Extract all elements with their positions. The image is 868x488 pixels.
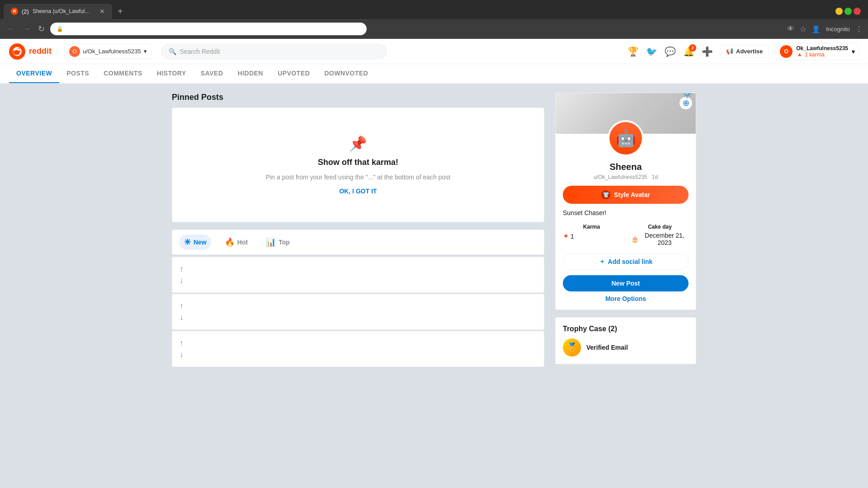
tab-posts[interactable]: POSTS [59, 64, 96, 83]
new-tab-button[interactable]: + [114, 5, 127, 19]
profile-display-name: Sheena [563, 162, 689, 172]
sort-top-button[interactable]: 📊 Top [261, 235, 294, 250]
reddit-logo-text: reddit [29, 47, 52, 56]
trophy-icon: 🏅 [563, 338, 581, 357]
bookmark-icon[interactable]: ☆ [800, 25, 806, 33]
cake-day-stat: Cake day 🎂 December 21, 2023 [631, 224, 689, 246]
main-layout: Pinned Posts 📌 Show off that karma! Pin … [163, 84, 705, 377]
active-tab[interactable]: R (2) Sheena (u/Ok_Lawfulness52... ✕ [4, 4, 112, 19]
user-switcher[interactable]: O u/Ok_Lawfulness5235 ▾ [64, 44, 152, 59]
window-controls: − □ ✕ [835, 8, 864, 15]
user-account-button[interactable]: O Ok_Lawfulness5235 🔺 1 karma ▾ [776, 43, 859, 60]
profile-username: u/Ok_Lawfulness5235 · 1d [563, 174, 689, 180]
browser-actions: 👁 ☆ 👤 Incognito ⋮ [787, 25, 863, 33]
trophy-name: Verified Email [586, 344, 628, 351]
style-avatar-label: Style Avatar [614, 191, 650, 198]
tab-saved[interactable]: SAVED [193, 64, 231, 83]
post-row-2: ↑ ↓ [172, 294, 544, 330]
karma-star-icon: ✦ [563, 232, 569, 240]
upvote-icon-3[interactable]: ↑ [179, 338, 184, 348]
add-banner-photo-button[interactable]: ⊕ [679, 97, 692, 109]
karma-badge: 🔺 1 karma [796, 52, 848, 58]
search-placeholder: Search Reddit [180, 48, 220, 55]
new-post-button[interactable]: New Post [563, 275, 689, 291]
cake-day-date: December 21, 2023 [641, 232, 689, 246]
browser-toolbar: ← → ↻ 🔒 reddit.com/user/Ok_Lawfulness523… [0, 19, 868, 39]
reddit-logo[interactable]: reddit [9, 43, 52, 60]
cake-icon: 🎂 [631, 235, 639, 243]
tab-close-button[interactable]: ✕ [99, 8, 105, 15]
maximize-button[interactable]: □ [844, 8, 852, 15]
trophy-case-card: Trophy Case (2) 🏅 Verified Email [555, 317, 696, 364]
minimize-button[interactable]: − [835, 8, 843, 15]
tab-favicon: R [11, 8, 18, 15]
security-icon: 🔒 [57, 26, 63, 32]
sort-new-button[interactable]: ✳ New [179, 235, 211, 250]
downvote-icon-2[interactable]: ↓ [179, 313, 184, 322]
search-bar[interactable]: 🔍 Search Reddit [161, 44, 387, 59]
tab-downvoted[interactable]: DOWNVOTED [317, 64, 375, 83]
vote-column-1: ↑ ↓ [179, 264, 184, 285]
add-social-link-button[interactable]: ＋ Add social link [563, 253, 689, 270]
join-age: · [649, 174, 652, 180]
sort-hot-button[interactable]: 🔥 Hot [220, 235, 252, 250]
reddit-logo-icon [9, 43, 25, 60]
top-sort-icon: 📊 [266, 237, 276, 247]
trophy-icon-button[interactable]: 🏆 [627, 46, 639, 57]
karma-label: Karma [563, 224, 620, 230]
flame-icon-button[interactable]: 🐦 [646, 46, 657, 57]
ok-got-it-link[interactable]: OK, I GOT IT [339, 188, 377, 195]
chat-icon-button[interactable]: 💬 [665, 46, 676, 57]
pinned-card-description: Pin a post from your feed using the "...… [266, 173, 450, 182]
pinned-posts-title: Pinned Posts [172, 93, 544, 102]
trophy-case-title: Trophy Case (2) [563, 325, 689, 333]
extension-menu[interactable]: ⋮ [855, 25, 863, 33]
sidebar: ⊕ 🤖 ⚙️ Sheena u/Ok_Lawfulness5235 · 1d [555, 93, 696, 368]
content-area: Pinned Posts 📌 Show off that karma! Pin … [172, 93, 544, 368]
forward-button[interactable]: → [21, 23, 33, 36]
more-options-link[interactable]: More Options [563, 295, 689, 302]
downvote-icon-1[interactable]: ↓ [179, 276, 184, 285]
join-time: 1d [652, 174, 658, 180]
eye-slash-icon: 👁 [787, 25, 794, 33]
search-icon: 🔍 [169, 48, 176, 55]
profile-icon[interactable]: 👤 [811, 25, 821, 33]
close-button[interactable]: ✕ [854, 8, 861, 15]
tab-hidden[interactable]: HIDDEN [231, 64, 271, 83]
advertise-button[interactable]: 📢 Advertise [720, 45, 769, 58]
post-row-1: ↑ ↓ [172, 257, 544, 293]
back-button[interactable]: ← [5, 23, 17, 36]
tab-overview[interactable]: OVERVIEW [9, 64, 59, 83]
reddit-header: reddit O u/Ok_Lawfulness5235 ▾ 🔍 Search … [0, 39, 868, 64]
profile-settings-icon[interactable]: ⚙️ [682, 93, 692, 99]
style-avatar-button[interactable]: 👕 Style Avatar [563, 186, 689, 204]
notifications-button[interactable]: 🔔 2 [683, 46, 694, 57]
karma-icon: 🔺 [796, 52, 803, 58]
downvote-icon-3[interactable]: ↓ [179, 350, 184, 359]
tab-history[interactable]: HISTORY [150, 64, 193, 83]
reload-button[interactable]: ↻ [36, 22, 47, 36]
tab-title: (2) [22, 8, 29, 15]
tab-upvoted[interactable]: UPVOTED [270, 64, 317, 83]
account-chevron: ▾ [852, 48, 855, 55]
sort-top-label: Top [278, 239, 290, 246]
karma-value: ✦ 1 [563, 232, 620, 240]
add-button[interactable]: ➕ [702, 46, 713, 57]
avatar-section: 🤖 ⚙️ [556, 120, 696, 162]
sort-new-label: New [193, 239, 207, 246]
tab-bar: R (2) Sheena (u/Ok_Lawfulness52... ✕ + −… [0, 0, 868, 19]
header-icons: 🏆 🐦 💬 🔔 2 ➕ 📢 Advertise O Ok_Lawfulness5… [627, 43, 859, 60]
pin-icon: 📌 [349, 135, 367, 152]
address-text: reddit.com/user/Ok_Lawfulness5235 [67, 25, 170, 33]
karma-value: 1 karma [805, 52, 824, 58]
vote-column-2: ↑ ↓ [179, 301, 184, 322]
upvote-icon-1[interactable]: ↑ [179, 264, 184, 274]
trophy-item: 🏅 Verified Email [563, 338, 689, 357]
tab-comments[interactable]: COMMENTS [96, 64, 150, 83]
karma-number: 1 [571, 233, 574, 240]
new-sort-icon: ✳ [184, 237, 191, 247]
megaphone-icon: 📢 [726, 48, 733, 55]
user-switcher-label: u/Ok_Lawfulness5235 [83, 48, 141, 55]
address-bar[interactable]: 🔒 reddit.com/user/Ok_Lawfulness5235 [50, 23, 367, 35]
upvote-icon-2[interactable]: ↑ [179, 301, 184, 311]
